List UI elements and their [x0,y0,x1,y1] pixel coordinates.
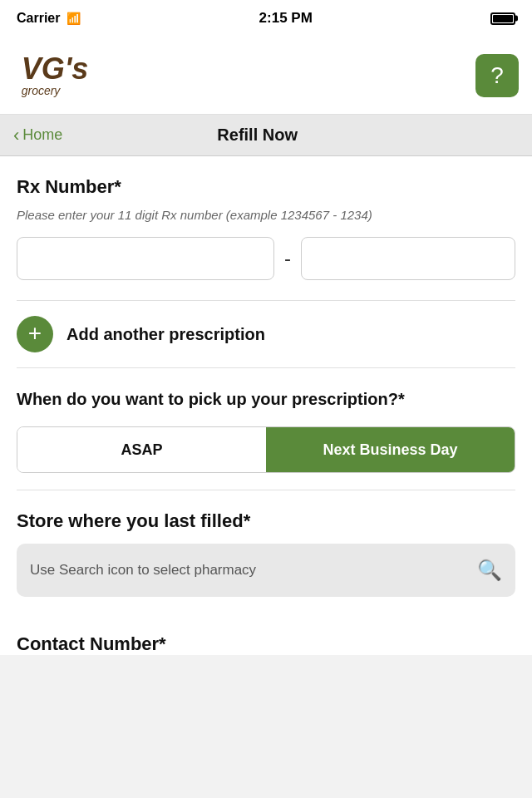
main-content: Rx Number* Please enter your 11 digit Rx… [0,156,532,655]
wifi-icon: 📶 [66,12,81,25]
rx-section-title: Rx Number* [17,176,515,198]
store-section-title: Store where you last filled* [17,510,515,532]
logo: VG's grocery [13,45,96,106]
contact-title: Contact Number* [17,633,515,655]
rx-section: Rx Number* Please enter your 11 digit Rx… [17,176,515,280]
nav-bar: ‹ Home Refill Now [0,115,532,156]
asap-label: ASAP [121,441,162,459]
status-bar-time: 2:15 PM [259,10,313,27]
help-label: ? [490,64,504,87]
next-business-day-label: Next Business Day [323,441,457,459]
asap-option[interactable]: ASAP [17,427,266,472]
page-title: Refill Now [62,126,452,145]
search-icon: 🔍 [477,559,502,582]
store-search-box[interactable]: Use Search icon to select pharmacy 🔍 [17,544,515,597]
pickup-toggle: ASAP Next Business Day [17,426,515,473]
rx-number-suffix-input[interactable] [301,237,515,280]
rx-hint-text: Please enter your 11 digit Rx number (ex… [17,208,515,222]
add-circle-icon: + [17,316,53,352]
add-prescription-label: Add another prescription [66,325,265,344]
app-header: VG's grocery ? [0,37,532,115]
pickup-section: When do you want to pick up your prescri… [17,368,515,490]
pickup-question: When do you want to pick up your prescri… [17,388,515,410]
back-label: Home [22,126,62,144]
plus-icon: + [28,322,42,345]
store-search-placeholder: Use Search icon to select pharmacy [30,562,256,579]
back-button[interactable]: ‹ Home [13,126,62,145]
battery-icon [490,12,515,25]
rx-dash: - [284,247,291,270]
add-prescription-button[interactable]: + Add another prescription [17,300,515,368]
help-button[interactable]: ? [475,54,519,97]
carrier-label: Carrier [17,11,60,26]
logo-vgs: VG's [22,54,89,84]
status-bar: Carrier 📶 2:15 PM [0,0,532,37]
contact-section: Contact Number* [17,613,515,655]
status-bar-left: Carrier 📶 [17,11,81,26]
rx-input-row: - [17,237,515,280]
back-chevron-icon: ‹ [13,126,19,145]
logo-grocery: grocery [22,84,89,97]
next-business-day-option[interactable]: Next Business Day [266,427,515,472]
rx-number-main-input[interactable] [17,237,274,280]
store-section: Store where you last filled* Use Search … [17,490,515,613]
